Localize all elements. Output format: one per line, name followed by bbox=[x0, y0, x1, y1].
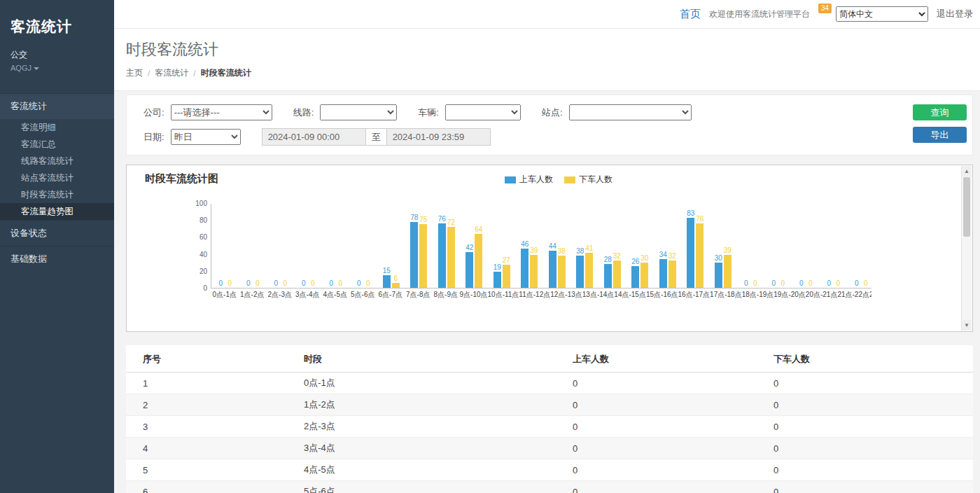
table-cell: 0 bbox=[757, 438, 973, 459]
breadcrumb-home[interactable]: 主页 bbox=[126, 67, 143, 79]
bar-column: 39 bbox=[530, 204, 538, 288]
bar bbox=[493, 272, 501, 288]
date-start-input[interactable] bbox=[262, 128, 366, 146]
bar-value-label: 28 bbox=[604, 256, 612, 263]
export-button[interactable]: 导出 bbox=[913, 127, 967, 143]
sidebar-section-1[interactable]: 设备状态 bbox=[0, 220, 114, 246]
table-row: 54点-5点00 bbox=[126, 459, 973, 481]
vehicle-label: 车辆: bbox=[418, 106, 439, 119]
bar-value-label: 30 bbox=[715, 254, 722, 262]
bar-value-label: 0 bbox=[771, 279, 776, 287]
line-select[interactable] bbox=[320, 104, 397, 120]
chart-scrollbar[interactable]: ▲ ▼ bbox=[961, 166, 972, 331]
sidebar: 客流统计 公交 AQGJ 客流统计客流明细客流汇总线路客流统计站点客流统计时段客… bbox=[0, 0, 114, 493]
bar-column: 0 bbox=[853, 204, 860, 288]
bar-column: 0 bbox=[281, 204, 289, 288]
bar-value-label: 27 bbox=[503, 256, 510, 264]
notification-badge[interactable]: 34 bbox=[818, 4, 832, 13]
bar bbox=[438, 223, 446, 288]
bar-group: 00 bbox=[820, 204, 848, 288]
bar bbox=[410, 222, 418, 288]
bar-value-label: 0 bbox=[329, 279, 333, 287]
scroll-up-arrow[interactable]: ▲ bbox=[962, 166, 972, 176]
user-name: AQGJ bbox=[10, 64, 31, 72]
y-axis-tick: 0 bbox=[203, 284, 207, 292]
sidebar-item[interactable]: 站点客流统计 bbox=[0, 169, 114, 186]
bar bbox=[696, 223, 704, 288]
bar-value-label: 0 bbox=[799, 279, 804, 287]
bar-value-label: 0 bbox=[274, 279, 278, 287]
chart-legend: 上车人数下车人数 bbox=[505, 174, 612, 186]
x-axis-label: 15点-16点 bbox=[646, 290, 678, 300]
bar-column: 42 bbox=[465, 204, 473, 288]
scrollbar-thumb[interactable] bbox=[963, 177, 970, 237]
x-axis-label: 12点-13点 bbox=[550, 290, 582, 300]
home-link[interactable]: 首页 bbox=[680, 8, 701, 21]
bar-value-label: 42 bbox=[465, 244, 473, 251]
table-cell: 0点-1点 bbox=[287, 373, 556, 394]
legend-item[interactable]: 下车人数 bbox=[564, 174, 612, 186]
scroll-down-arrow[interactable]: ▼ bbox=[962, 320, 972, 331]
x-axis-label: 16点-17点 bbox=[678, 290, 710, 300]
bar-value-label: 38 bbox=[558, 247, 566, 255]
breadcrumb-separator: / bbox=[148, 69, 150, 78]
company-select[interactable]: ---请选择--- bbox=[171, 104, 272, 120]
bar-value-label: 78 bbox=[410, 214, 418, 221]
table-cell: 5点-6点 bbox=[287, 481, 556, 493]
sidebar-section-2[interactable]: 基础数据 bbox=[0, 246, 114, 272]
bar-value-label: 39 bbox=[530, 246, 538, 254]
date-end-input[interactable] bbox=[386, 128, 491, 146]
query-button[interactable]: 查询 bbox=[913, 104, 967, 120]
bar-column: 0 bbox=[770, 204, 778, 288]
language-select[interactable]: 简体中文 bbox=[836, 6, 928, 22]
date-to-label: 至 bbox=[365, 128, 387, 146]
bar-value-label: 26 bbox=[631, 258, 639, 265]
sidebar-item[interactable]: 客流汇总 bbox=[0, 136, 114, 153]
bar-group: 00 bbox=[322, 204, 350, 288]
x-axis-label: 0点-1点 bbox=[211, 290, 239, 300]
bar-column: 19 bbox=[493, 204, 501, 288]
sidebar-item[interactable]: 客流明细 bbox=[0, 119, 114, 136]
bar-value-label: 83 bbox=[687, 209, 694, 217]
breadcrumb-section[interactable]: 客流统计 bbox=[155, 67, 188, 79]
sidebar-item[interactable]: 客流量趋势图 bbox=[0, 203, 114, 220]
bar-value-label: 39 bbox=[724, 246, 732, 254]
bar-column: 32 bbox=[668, 204, 676, 288]
x-axis-label: 7点-8点 bbox=[405, 290, 433, 300]
x-axis-label: 8点-9点 bbox=[432, 290, 460, 300]
x-axis-label: 9点-10点 bbox=[460, 290, 488, 300]
table-body: 10点-1点0021点-2点0032点-3点0043点-4点0054点-5点00… bbox=[126, 373, 973, 493]
table-cell: 2 bbox=[126, 394, 287, 416]
bar-group: 1927 bbox=[488, 204, 516, 288]
sidebar-item[interactable]: 时段客流统计 bbox=[0, 186, 114, 203]
chart-panel: 时段车流统计图 上车人数下车人数 020406080100 0000000000… bbox=[126, 165, 973, 332]
bar-group: 3039 bbox=[709, 204, 737, 288]
bar-column: 44 bbox=[549, 204, 556, 288]
user-dropdown[interactable]: AQGJ bbox=[10, 64, 114, 72]
bar-column: 0 bbox=[355, 204, 363, 288]
bar-group: 8376 bbox=[682, 204, 710, 288]
sidebar-item[interactable]: 线路客流统计 bbox=[0, 153, 114, 169]
breadcrumb: 主页 / 客流统计 / 时段客流统计 bbox=[126, 67, 980, 79]
bar-value-label: 64 bbox=[475, 225, 482, 233]
bar-column: 0 bbox=[337, 204, 344, 288]
sidebar-section-0[interactable]: 客流统计 bbox=[0, 93, 114, 119]
caret-down-icon bbox=[34, 67, 39, 70]
station-select[interactable] bbox=[569, 104, 692, 120]
bar bbox=[447, 227, 455, 288]
bar-column: 0 bbox=[779, 204, 787, 288]
bar bbox=[521, 249, 528, 288]
bar-column: 28 bbox=[604, 204, 612, 288]
logout-link[interactable]: 退出登录 bbox=[937, 8, 973, 20]
bar-value-label: 38 bbox=[576, 247, 584, 255]
bar-value-label: 0 bbox=[357, 279, 361, 287]
bar-value-label: 0 bbox=[302, 279, 306, 287]
bar bbox=[530, 255, 538, 288]
bar-value-label: 15 bbox=[383, 267, 391, 275]
bar-value-label: 0 bbox=[836, 279, 840, 287]
bar-value-label: 19 bbox=[493, 263, 501, 271]
bar-group: 3432 bbox=[654, 204, 682, 288]
date-preset-select[interactable]: 昨日 bbox=[171, 129, 241, 145]
legend-item[interactable]: 上车人数 bbox=[505, 174, 553, 186]
vehicle-select[interactable] bbox=[445, 104, 521, 120]
